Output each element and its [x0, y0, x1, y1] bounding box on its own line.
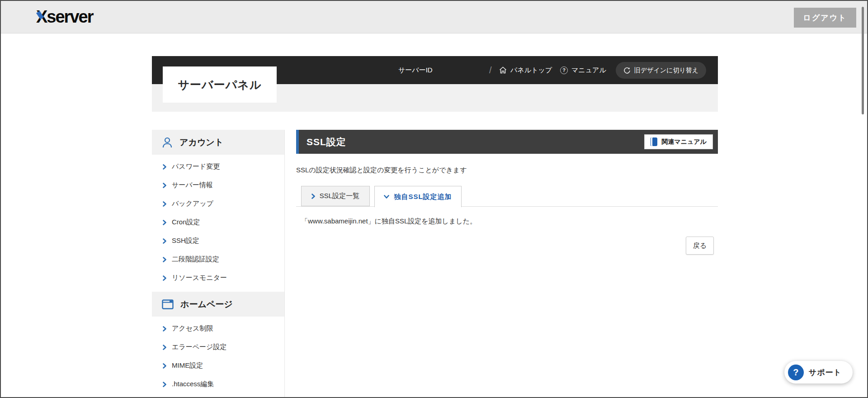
- book-icon: [651, 137, 657, 146]
- page-title-bar: SSL設定 関連マニュアル: [296, 130, 718, 154]
- page-title: SSL設定: [307, 136, 346, 148]
- support-button[interactable]: ? サポート: [784, 361, 853, 384]
- switch-old-design-button[interactable]: 旧デザインに切り替え: [616, 62, 706, 79]
- tab-ssl-settings-list[interactable]: SSL設定一覧: [301, 186, 370, 206]
- sidebar-item-site-redirect[interactable]: サイト転送設定: [152, 393, 284, 398]
- chevron-right-icon: [311, 194, 315, 199]
- xserver-logo-text: Xserver: [36, 7, 93, 26]
- panel-top-label: パネルトップ: [510, 66, 552, 75]
- sidebar-item-mime[interactable]: MIME設定: [152, 356, 284, 375]
- sidebar-homepage-list: アクセス制限 エラーページ設定 MIME設定 .htaccess編集 サイト転送…: [152, 317, 284, 398]
- chevron-right-icon: [163, 220, 166, 225]
- chevron-right-icon: [163, 164, 166, 170]
- chevron-right-icon: [163, 238, 166, 244]
- browser-icon: [162, 299, 174, 309]
- question-circle-icon: ?: [560, 66, 568, 74]
- panel-header-bar: サーバーID / パネルトップ ? マニュアル 旧デザインに切り替え: [152, 56, 718, 84]
- page-container: サーバーID / パネルトップ ? マニュアル 旧デザインに切り替え: [152, 1, 718, 398]
- chevron-right-icon: [163, 326, 166, 332]
- vertical-scrollbar-thumb[interactable]: [862, 7, 864, 114]
- chevron-right-icon: [163, 345, 166, 350]
- sidebar-account-list: パスワード変更 サーバー情報 バックアップ Cron設定 SSH設定 二段階認証…: [152, 155, 284, 292]
- sidebar-item-error-page[interactable]: エラーページ設定: [152, 338, 284, 356]
- chevron-right-icon: [163, 363, 166, 369]
- server-id-label: サーバーID: [398, 56, 433, 84]
- chevron-down-icon: [384, 195, 389, 199]
- server-panel-brand-label: サーバーパネル: [178, 77, 262, 92]
- sidebar-item-password-change[interactable]: パスワード変更: [152, 157, 284, 176]
- related-manual-label: 関連マニュアル: [661, 138, 707, 146]
- sidebar-item-server-info[interactable]: サーバー情報: [152, 176, 284, 194]
- tab-bar: SSL設定一覧 独自SSL設定追加: [296, 186, 718, 207]
- sidebar-section-homepage-title: ホームページ: [180, 298, 233, 310]
- panel-top-link[interactable]: パネルトップ: [499, 56, 552, 84]
- switch-old-design-label: 旧デザインに切り替え: [634, 66, 698, 75]
- sidebar-section-account: アカウント: [152, 130, 284, 155]
- header-separator: /: [489, 56, 492, 84]
- main-content: SSL設定 関連マニュアル SSLの設定状況確認と設定の変更を行うことができます…: [296, 130, 718, 255]
- result-message: 「www.sabameijin.net」に独自SSL設定を追加しました。: [296, 217, 718, 226]
- sidebar-section-homepage: ホームページ: [152, 292, 284, 317]
- question-circle-icon: ?: [788, 365, 804, 380]
- sidebar-item-ssh[interactable]: SSH設定: [152, 232, 284, 250]
- sidebar-item-cron[interactable]: Cron設定: [152, 213, 284, 232]
- chevron-right-icon: [163, 257, 166, 262]
- xserver-logo[interactable]: Xserver: [36, 7, 93, 27]
- back-button-row: 戻る: [296, 237, 718, 255]
- logout-button[interactable]: ログアウト: [794, 8, 856, 28]
- server-panel-brand[interactable]: サーバーパネル: [163, 66, 277, 103]
- chevron-right-icon: [163, 382, 166, 387]
- refresh-icon: [623, 67, 631, 74]
- tab-add-own-ssl[interactable]: 独自SSL設定追加: [374, 186, 462, 207]
- related-manual-button[interactable]: 関連マニュアル: [644, 134, 713, 149]
- support-label: サポート: [809, 367, 842, 378]
- sidebar-item-two-factor[interactable]: 二段階認証設定: [152, 250, 284, 269]
- sidebar-item-resource-monitor[interactable]: リソースモニター: [152, 269, 284, 287]
- sidebar-item-backup[interactable]: バックアップ: [152, 194, 284, 213]
- sidebar-section-account-title: アカウント: [179, 137, 223, 148]
- user-icon: [162, 137, 173, 148]
- home-icon: [499, 66, 507, 74]
- back-button[interactable]: 戻る: [686, 237, 714, 255]
- chevron-right-icon: [163, 183, 166, 188]
- page-description: SSLの設定状況確認と設定の変更を行うことができます: [296, 166, 718, 175]
- manual-label: マニュアル: [571, 66, 606, 75]
- sidebar: アカウント パスワード変更 サーバー情報 バックアップ Cron設定 SSH設定: [152, 130, 285, 398]
- sidebar-item-htaccess[interactable]: .htaccess編集: [152, 375, 284, 393]
- chevron-right-icon: [163, 201, 166, 207]
- manual-link[interactable]: ? マニュアル: [560, 56, 606, 84]
- chevron-right-icon: [163, 275, 166, 281]
- sidebar-item-access-restriction[interactable]: アクセス制限: [152, 319, 284, 338]
